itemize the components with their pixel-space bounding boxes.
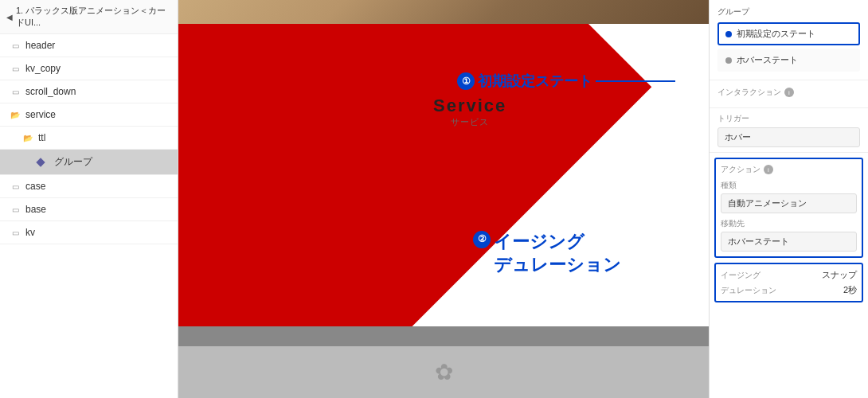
group-section: グループ 初期設定のステート ホバーステート [710,0,868,80]
sidebar-item-case[interactable]: ▭ case [0,175,178,198]
back-arrow-icon: ◀ [6,13,13,21]
red-diagonal-shape [178,24,651,326]
sidebar-item-label: グループ [54,155,92,169]
file-icon: ▭ [10,40,21,51]
breadcrumb-label: 1. パラックス版アニメーション＜カードUI... [16,5,171,29]
annotation-2-number: ② [473,231,491,248]
annotation-2-line1: イージング [494,231,621,254]
annotation-1-number: ① [457,72,475,90]
sidebar-item-kv[interactable]: ▭ kv [0,221,178,244]
easing-value: スナップ [822,269,857,281]
action-info-icon: i [764,165,773,174]
hover-state-label: ホバーステート [737,54,798,66]
sidebar-item-header[interactable]: ▭ header [0,34,178,57]
destination-label: 移動先 [721,218,857,229]
sidebar-item-kv-copy[interactable]: ▭ kv_copy [0,57,178,80]
easing-label: イージング [721,270,760,281]
type-label: 種類 [721,180,857,191]
group-section-title: グループ [717,6,860,18]
folder-open-icon: 📂 [22,132,33,143]
main-content: Service サービス ① 初期設定ステート ② イージング デュレーション [178,0,709,398]
sidebar-item-label: header [25,40,55,51]
file-icon: ▭ [10,227,21,238]
service-text-block: Service サービス [433,96,506,128]
trigger-value: ホバー [717,127,860,147]
interaction-section: インタラクション i [710,80,868,108]
annotation-2-line2: デュレーション [494,254,621,277]
destination-value: ホバーステート [721,232,857,252]
diamond-icon [35,157,46,168]
breadcrumb-item[interactable]: ◀ 1. パラックス版アニメーション＜カードUI... [0,0,178,34]
annotation-2: ② イージング デュレーション [473,231,621,276]
sidebar-item-label: kv_copy [25,63,61,74]
type-value: 自動アニメーション [721,193,857,213]
sidebar-item-scroll-down[interactable]: ▭ scroll_down [0,80,178,103]
initial-state-dot [725,31,732,37]
trigger-section: トリガー ホバー [710,108,868,153]
bottom-strip: ✿ [178,346,709,398]
folder-open-icon: 📂 [10,109,21,120]
sidebar-item-label: ttl [38,132,45,143]
sidebar-item-label: kv [25,227,35,238]
sidebar-item-service[interactable]: 📂 service [0,103,178,127]
easing-duration-panel: イージング スナップ デュレーション 2秒 [714,263,863,302]
top-image-strip [178,0,709,24]
watermark: ✿ [435,359,453,385]
initial-state-label: 初期設定のステート [737,28,815,40]
action-panel: アクション i 種類 自動アニメーション 移動先 ホバーステート [714,158,863,258]
easing-row: イージング スナップ [721,269,857,281]
interaction-title: インタラクション i [717,87,860,98]
trigger-label: トリガー [717,113,860,124]
info-icon: i [784,88,794,97]
sidebar-item-label: scroll_down [25,86,76,97]
card-canvas: Service サービス ① 初期設定ステート ② イージング デュレーション [178,24,709,326]
file-icon: ▭ [10,63,21,74]
sidebar-item-group[interactable]: グループ [0,150,178,175]
initial-state-item[interactable]: 初期設定のステート [717,22,860,45]
sidebar-item-ttl[interactable]: 📂 ttl [0,127,178,150]
sidebar-item-label: base [25,204,46,215]
right-panel: グループ 初期設定のステート ホバーステート インタラクション i トリガー ホ… [709,0,868,398]
hover-state-item[interactable]: ホバーステート [717,49,860,72]
sidebar-item-label: case [25,181,45,192]
action-section-title: アクション i [721,164,857,175]
file-icon: ▭ [10,86,21,97]
sidebar-item-base[interactable]: ▭ base [0,198,178,221]
annotation-1: ① 初期設定ステート [457,72,675,91]
service-main-text: Service [433,96,506,116]
canvas-area[interactable]: Service サービス ① 初期設定ステート ② イージング デュレーション [178,24,709,398]
action-label: アクション [721,164,760,175]
duration-label: デュレーション [721,285,776,296]
annotation-1-text: 初期設定ステート [478,72,592,91]
sidebar: ◀ 1. パラックス版アニメーション＜カードUI... ▭ header ▭ k… [0,0,178,398]
file-icon: ▭ [10,181,21,192]
interaction-label: インタラクション [717,87,781,98]
file-icon: ▭ [10,204,21,215]
annotation-2-lines: イージング デュレーション [494,231,621,276]
service-sub-text: サービス [433,116,506,128]
sidebar-item-label: service [25,109,56,120]
hover-state-dot [725,57,732,64]
annotation-1-line [596,80,675,82]
duration-value: 2秒 [843,284,857,296]
annotation-2-text: ② イージング デュレーション [473,231,621,276]
duration-row: デュレーション 2秒 [721,284,857,296]
